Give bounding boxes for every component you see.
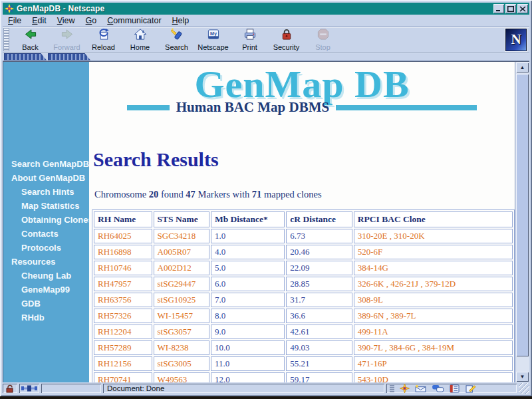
- cell-sts[interactable]: SGC34218: [154, 229, 209, 243]
- forward-button: Forward: [49, 29, 85, 51]
- cell-clones[interactable]: 390-7L , 384-6G , 384-19M: [354, 340, 513, 355]
- table-row: RH57289WI-823810.049.03390-7L , 384-6G ,…: [94, 340, 513, 355]
- mailbox-icon[interactable]: [414, 384, 427, 393]
- maximize-button[interactable]: [505, 4, 516, 13]
- sidebar-link-protocols[interactable]: Protocols: [3, 241, 89, 255]
- home-button[interactable]: Home: [122, 29, 158, 51]
- window-title: GenMapDB - Netscape: [15, 4, 492, 13]
- cell-rh[interactable]: RH10746: [94, 261, 152, 275]
- cell-clones[interactable]: 326-6K , 426-21J , 379-12D: [354, 277, 513, 291]
- sidebar-link-about-genmapdb[interactable]: About GenMapDB: [3, 171, 89, 185]
- vertical-scrollbar[interactable]: ▲ ▼: [515, 62, 529, 382]
- component-bar: [386, 384, 517, 393]
- toolbar-button-label: Search: [165, 44, 188, 51]
- cell-sts[interactable]: stSG10925: [154, 293, 209, 307]
- cell-clones[interactable]: 308-9L: [354, 293, 513, 307]
- toolbar-grip[interactable]: [3, 28, 9, 51]
- sidebar-link-rhdb[interactable]: RHdb: [3, 311, 89, 325]
- summary-count: 47: [186, 189, 196, 200]
- minimize-button[interactable]: [493, 4, 504, 13]
- table-row: RH57326WI-154578.036.6389-6N , 389-7L: [94, 309, 513, 323]
- cell-mb: 5.0: [211, 261, 285, 275]
- toolbar-buttons: BackForwardReloadHomeSearchMyNetscapePri…: [12, 29, 341, 51]
- status-bar: Document: Done: [3, 382, 529, 394]
- print-button[interactable]: Print: [231, 29, 268, 51]
- cell-cr: 28.85: [286, 277, 352, 291]
- cell-rh[interactable]: RH16898: [94, 245, 152, 259]
- cell-sts[interactable]: stSG3005: [154, 356, 209, 371]
- cell-rh[interactable]: RH47957: [94, 277, 152, 291]
- scroll-up-button[interactable]: ▲: [516, 63, 529, 72]
- back-button[interactable]: Back: [12, 29, 49, 51]
- results-table-wrap: RH NameSTS NameMb Distance*cR DistanceRP…: [92, 209, 515, 382]
- cell-mb: 10.0: [211, 340, 285, 355]
- cell-rh[interactable]: RH12156: [94, 356, 152, 371]
- cell-rh[interactable]: RH57289: [94, 340, 152, 355]
- menu-view[interactable]: View: [52, 15, 80, 26]
- online-status-panel[interactable]: [19, 384, 39, 393]
- cell-rh[interactable]: RH12204: [94, 325, 152, 339]
- cell-clones[interactable]: 389-6N , 389-7L: [354, 309, 513, 323]
- table-row: RH63756stSG109257.031.7308-9L: [94, 293, 513, 307]
- cell-cr: 59.17: [286, 372, 352, 382]
- close-button[interactable]: [517, 4, 528, 13]
- discussions-icon[interactable]: [432, 384, 444, 393]
- cell-rh[interactable]: RH63756: [94, 293, 152, 307]
- sidebar-link-map-statistics[interactable]: Map Statistics: [3, 199, 89, 213]
- scroll-down-button[interactable]: ▼: [516, 372, 529, 382]
- menu-help[interactable]: Help: [167, 15, 195, 26]
- scrollbar-thumb[interactable]: [516, 74, 529, 356]
- cell-clones[interactable]: 471-16P: [354, 356, 513, 371]
- cell-cr: 22.09: [286, 261, 352, 275]
- cell-clones[interactable]: 520-6F: [354, 245, 513, 259]
- sidebar-link-search-genmapdb[interactable]: Search GenMapDB: [3, 157, 89, 171]
- menu-file[interactable]: File: [3, 15, 27, 26]
- menu-communicator[interactable]: Communicator: [102, 15, 166, 26]
- collapsed-personal-toolbar-tab[interactable]: [48, 53, 90, 61]
- cell-clones[interactable]: 499-11A: [354, 325, 513, 339]
- cell-sts[interactable]: WI-8238: [154, 340, 209, 355]
- sidebar-link-cheung-lab[interactable]: Cheung Lab: [3, 269, 89, 283]
- composer-icon[interactable]: [465, 384, 476, 393]
- cell-rh[interactable]: RH57326: [94, 309, 152, 323]
- sidebar-link-search-hints[interactable]: Search Hints: [3, 185, 89, 199]
- address-book-icon[interactable]: [449, 384, 460, 393]
- menu-go[interactable]: Go: [80, 15, 102, 26]
- menu-edit[interactable]: Edit: [27, 15, 52, 26]
- netscape-button[interactable]: MyNetscape: [195, 29, 231, 51]
- sidebar-link-gdb[interactable]: GDB: [3, 297, 89, 311]
- sidebar-link-resources[interactable]: Resources: [3, 255, 89, 269]
- cell-sts[interactable]: A005R07: [154, 245, 209, 259]
- cell-clones[interactable]: 310-20E , 310-20K: [354, 229, 513, 243]
- column-header: RPCI BAC Clone: [354, 211, 513, 227]
- summary-text: Markers with: [196, 189, 252, 200]
- title-bar: GenMapDB - Netscape: [3, 3, 529, 15]
- cell-rh[interactable]: RH64025: [94, 229, 152, 243]
- cell-sts[interactable]: W49563: [154, 372, 209, 382]
- cell-sts[interactable]: stSG29447: [154, 277, 209, 291]
- resize-grip[interactable]: [519, 383, 529, 394]
- cell-clones[interactable]: 384-14G: [354, 261, 513, 275]
- sidebar-link-contacts[interactable]: Contacts: [3, 227, 89, 241]
- cell-sts[interactable]: A002D12: [154, 261, 209, 275]
- navigator-icon[interactable]: [400, 384, 410, 393]
- reload-button[interactable]: Reload: [85, 29, 122, 51]
- forward-arrow-icon: [61, 28, 74, 43]
- search-button[interactable]: Search: [158, 29, 195, 51]
- table-row: RH16898A005R074.020.46520-6F: [94, 245, 513, 259]
- back-arrow-icon: [24, 28, 37, 43]
- security-button[interactable]: Security: [268, 29, 305, 51]
- cell-mb: 4.0: [211, 245, 285, 259]
- sidebar-link-genemap99[interactable]: GeneMap99: [3, 283, 89, 297]
- security-status-panel[interactable]: [3, 384, 17, 393]
- cell-sts[interactable]: WI-15457: [154, 309, 209, 323]
- main-panel: GenMap DB Human BAC Map DBMS Search Resu…: [89, 62, 515, 382]
- netscape-logo[interactable]: N: [505, 29, 527, 51]
- cell-rh[interactable]: RH70741: [94, 372, 152, 382]
- sidebar-link-obtaining-clones[interactable]: Obtaining Clones: [3, 213, 89, 227]
- cell-sts[interactable]: stSG3057: [154, 325, 209, 339]
- cell-clones[interactable]: 543-10D: [354, 372, 513, 382]
- component-drag-handle-icon: [389, 384, 395, 393]
- collapsed-location-bar-tab[interactable]: [4, 53, 47, 61]
- summary-count: 71: [252, 189, 262, 200]
